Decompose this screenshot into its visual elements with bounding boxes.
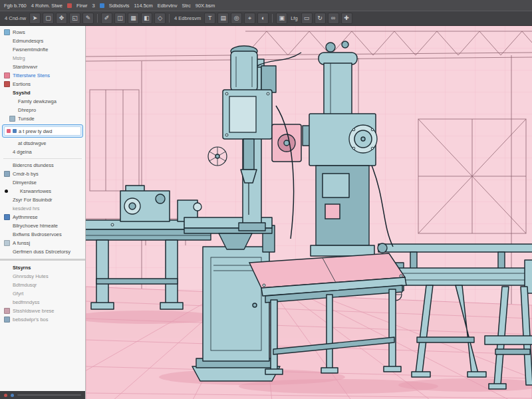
sidebar-item[interactable]: Rows	[0, 28, 85, 37]
gradient-icon[interactable]: ◧	[141, 13, 152, 24]
sidebar-item-label: kesdevd hrs	[13, 205, 39, 211]
sidebar-item[interactable]: Cmdr-b bys	[0, 170, 85, 178]
item-icon-spacer	[9, 107, 15, 113]
settings-icon[interactable]: ✚	[341, 13, 352, 24]
sidebar-item[interactable]: Bxflwns Bvdroservoes	[0, 230, 85, 239]
toolbar-separator	[169, 14, 170, 23]
sidebar-item[interactable]: Stsyrns	[0, 263, 85, 272]
sidebar-item[interactable]: Fwsnemtmdnfte	[0, 45, 85, 54]
sidebar-item-label: Bidercns dtundess	[13, 162, 54, 168]
menu-bar: Fgb b.7604 Rohm. StweFlrwr3Sdbdsvts114.5…	[0, 0, 532, 11]
move-icon[interactable]: ✥	[56, 13, 67, 24]
sidebar-item[interactable]: Dlmyerdse	[0, 178, 85, 187]
rotate-icon[interactable]: ↻	[315, 13, 326, 24]
sidebar-item[interactable]: bedfmndyss	[0, 298, 85, 307]
sidebar-item-label: Stsyrns	[13, 265, 31, 271]
item-icon	[4, 72, 10, 78]
toolbar-separator	[97, 14, 98, 23]
layers-icon[interactable]: ▣	[276, 13, 287, 24]
menu-item[interactable]: Fgb b.760	[4, 3, 27, 9]
sidebar-item-label: Famty dewkzwga	[18, 98, 57, 104]
menu-item[interactable]: Flrwr	[76, 3, 88, 9]
item-icon-spacer	[4, 249, 10, 255]
sidebar-item-label: 4 dgeina	[13, 149, 32, 155]
canvas-viewport[interactable]	[86, 26, 532, 399]
sidebar-item-label: Zsyr For Bsuinbdr	[13, 197, 53, 203]
menu-chip-icon	[67, 3, 72, 8]
sidebar-item[interactable]: Dhrepro	[0, 106, 85, 114]
crop-icon[interactable]: ◱	[69, 13, 80, 24]
sidebar-item[interactable]: Titterstwre Stens	[0, 71, 85, 80]
item-icon	[4, 29, 10, 35]
item-icon	[4, 308, 10, 314]
sidebar-item[interactable]: Ssyshd	[0, 88, 85, 97]
menu-item[interactable]: 90X.bsm	[196, 3, 215, 9]
item-icon-spacer	[4, 282, 10, 288]
canvas-illustration	[86, 26, 532, 399]
brush-icon[interactable]: ✐	[101, 13, 112, 24]
sidebar-item[interactable]: Bidercns dtundess	[0, 161, 85, 170]
item-icon	[4, 81, 10, 87]
color-chip-icon	[13, 129, 17, 133]
text-icon[interactable]: T	[204, 13, 215, 24]
sidebar-item[interactable]: Gerfmen duss Dstrcetorsy	[0, 247, 85, 256]
zoom-icon[interactable]: ◎	[231, 13, 242, 24]
toolbar-left-label: 4 Cnd-nw	[5, 15, 26, 21]
sidebar-item[interactable]: kesdevd hrs	[0, 204, 85, 213]
sidebar-highlighted-item[interactable]: a t prew ty dwd	[2, 124, 83, 138]
item-icon-spacer	[4, 197, 10, 203]
sidebar-item[interactable]: Famty dewkzwga	[0, 97, 85, 106]
menu-item[interactable]: Edbrvtnv	[158, 3, 178, 9]
link-icon[interactable]: ∞	[328, 13, 339, 24]
sidebar-item[interactable]: Aytfnmrese	[0, 213, 85, 221]
sidebar-item-label: Bllrychoeve htmeate	[13, 223, 58, 229]
sidebar-item-label: Gerfmen duss Dstrcetorsy	[13, 249, 70, 255]
item-icon-spacer	[4, 291, 10, 297]
sidebar-item[interactable]: A funssj	[0, 239, 85, 247]
sidebar-item[interactable]: Mstrg	[0, 54, 85, 63]
ruler-icon[interactable]: ▭	[301, 13, 313, 24]
sidebar-item[interactable]: Edmundesqrs	[0, 37, 85, 45]
sidebar-item[interactable]: Stsshldswve brese	[0, 307, 85, 315]
sidebar-item[interactable]: Ksrwanrtowes	[0, 187, 85, 196]
hand-icon[interactable]: ▤	[217, 13, 229, 24]
cursor-icon[interactable]: ➤	[29, 13, 41, 24]
sidebar-item[interactable]: Bdtmdusqr	[0, 281, 85, 289]
menu-item[interactable]: Sdbdsvts	[109, 3, 130, 9]
color-chip-icon	[7, 129, 11, 133]
target-icon[interactable]: ⌖	[244, 13, 255, 24]
application-window: Fgb b.7604 Rohm. StweFlrwr3Sdbdsvts114.5…	[0, 0, 532, 399]
sidebar-item-label: at dtsdrwgve	[18, 140, 47, 146]
marquee-icon[interactable]: ▢	[43, 13, 54, 24]
contrast-icon[interactable]: ◐	[257, 13, 269, 24]
grid-icon[interactable]: ▦	[128, 13, 139, 24]
sidebar-item[interactable]: Tunsde	[0, 114, 85, 123]
shape-icon[interactable]: ◇	[154, 13, 166, 24]
sidebar-item[interactable]: Esrtions	[0, 80, 85, 88]
menu-item[interactable]: 3	[92, 3, 95, 9]
sidebar-item-label: Titterstwre Stens	[13, 72, 50, 78]
item-icon-spacer	[4, 205, 10, 211]
item-icon-spacer	[4, 47, 10, 53]
item-icon-spacer	[4, 223, 10, 229]
sidebar-item[interactable]: 4 dgeina	[0, 148, 85, 156]
sidebar-item-label: Edmundesqrs	[13, 38, 43, 44]
sidebar-item[interactable]: Bllrychoeve htmeate	[0, 221, 85, 230]
sidebar-item[interactable]: bebsdwlpr's bos	[0, 315, 85, 324]
sidebar-item[interactable]: Zsyr For Bsuinbdr	[0, 196, 85, 204]
sidebar-item[interactable]: at dtsdrwgve	[0, 139, 85, 148]
sidebar-item[interactable]: Stardnvwvr	[0, 63, 85, 71]
status-slider[interactable]	[17, 394, 81, 396]
menu-item[interactable]: Strc	[182, 3, 190, 9]
sidebar-item-label: Stardnvwvr	[13, 64, 38, 70]
sidebar-item-label: Ksrwanrtowes	[20, 188, 51, 194]
sidebar-item[interactable]: Ghnrsdsy Hutes	[0, 272, 85, 281]
menu-item[interactable]: 4 Rohm. Stwe	[31, 3, 63, 9]
eyedropper-icon[interactable]: ✎	[82, 13, 94, 24]
menu-item[interactable]: 114.5cm	[134, 3, 153, 9]
bullet-icon	[5, 190, 8, 193]
sidebar-statusbar	[0, 391, 85, 399]
item-icon-spacer	[4, 90, 10, 96]
stamp-icon[interactable]: ◫	[114, 13, 126, 24]
sidebar-item[interactable]: Gfyrt	[0, 289, 85, 298]
